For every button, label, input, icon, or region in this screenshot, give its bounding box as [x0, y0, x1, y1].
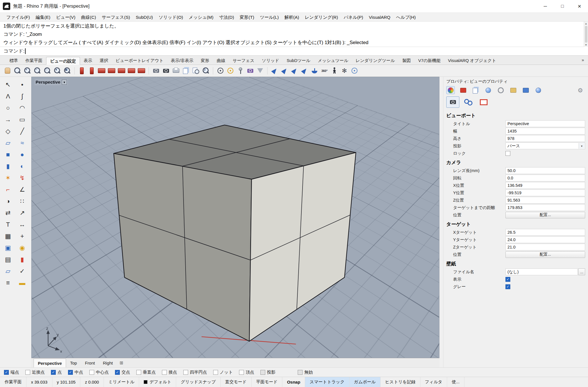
- checkbox[interactable]: [25, 370, 30, 375]
- zoom-out-icon[interactable]: −: [33, 66, 42, 75]
- checkbox[interactable]: [183, 370, 188, 375]
- panel-gear-icon[interactable]: ⚙: [576, 86, 585, 94]
- property-value-field[interactable]: Perspective: [505, 120, 585, 127]
- viewport-tab[interactable]: Top: [66, 359, 81, 367]
- dimension-tool-icon[interactable]: ↔: [17, 220, 28, 230]
- record-history-toggle[interactable]: ヒストリを記録: [381, 377, 420, 387]
- menu-item[interactable]: レンダリング(R): [302, 13, 341, 22]
- lamp-tool-icon[interactable]: ◉: [17, 243, 28, 253]
- scroll-down-icon[interactable]: ▼: [585, 43, 587, 47]
- loft-tool-icon[interactable]: ≈: [17, 138, 28, 148]
- link-button[interactable]: [462, 96, 475, 108]
- menu-item[interactable]: 寸法(D): [216, 13, 237, 22]
- points-on-icon[interactable]: ∷: [17, 196, 28, 206]
- osnap-toggle[interactable]: 投影: [260, 370, 276, 375]
- set-view-right-icon[interactable]: [117, 66, 126, 75]
- cylinder-tool-icon[interactable]: ▮: [2, 161, 14, 171]
- scrollbar-thumb[interactable]: [585, 26, 587, 43]
- walk-mode-icon[interactable]: [330, 66, 339, 75]
- property-value-field[interactable]: パース▾: [505, 142, 585, 149]
- filter-toggle[interactable]: フィルタ: [420, 377, 447, 387]
- explode-tool-icon[interactable]: ↯: [17, 173, 28, 183]
- property-value-field[interactable]: 0.0: [505, 175, 585, 181]
- checkbox[interactable]: ✓: [4, 370, 9, 375]
- scroll-up-icon[interactable]: ▲: [585, 22, 587, 26]
- osnap-toggle[interactable]: 頂点: [239, 370, 254, 375]
- menu-item[interactable]: 曲線(C): [78, 13, 99, 22]
- osnap-toggle[interactable]: 四半円点: [183, 370, 207, 375]
- cube-right-face[interactable]: [249, 152, 356, 341]
- set-camera-target-icon[interactable]: [216, 66, 225, 75]
- notifications-tab-icon[interactable]: [534, 86, 542, 94]
- osnap-toggle[interactable]: 中心点: [89, 370, 109, 375]
- property-value-field[interactable]: 91.563: [505, 197, 585, 204]
- pipe-tool-icon[interactable]: ▮: [17, 254, 28, 265]
- viewport-tab[interactable]: Front: [81, 359, 99, 367]
- named-view-icon[interactable]: [151, 66, 161, 75]
- fillet-tool-icon[interactable]: ⌐: [2, 185, 14, 195]
- smarttrack-toggle[interactable]: スマートトラック: [305, 377, 349, 387]
- osnap-toggle[interactable]: 接点: [162, 370, 177, 375]
- menu-item[interactable]: サーフェス(S): [99, 13, 133, 22]
- checkbox[interactable]: ✓: [115, 370, 120, 375]
- new-viewport-icon[interactable]: ⊞: [120, 360, 123, 365]
- osnap-toggle[interactable]: 垂直点: [136, 370, 156, 375]
- show-camera-icon[interactable]: [246, 66, 255, 75]
- toolbar-tab[interactable]: ビューポートレイアウト: [112, 57, 167, 65]
- property-value-field[interactable]: 50.0: [505, 167, 585, 174]
- text-tool-icon[interactable]: T: [2, 220, 14, 230]
- viewport-redo-icon[interactable]: [87, 66, 96, 75]
- check-tool-icon[interactable]: ✓: [17, 266, 28, 276]
- property-value-field[interactable]: -99.519: [505, 189, 585, 196]
- polyline-tool-icon[interactable]: Λ: [2, 91, 14, 102]
- property-value-field[interactable]: 1435: [505, 128, 585, 134]
- set-view-perspective-icon[interactable]: [137, 66, 146, 75]
- menu-item[interactable]: VisualARQ: [366, 13, 393, 22]
- checkbox[interactable]: [89, 370, 94, 375]
- zoom-window-icon[interactable]: □: [43, 66, 52, 75]
- move-tool-icon[interactable]: +: [17, 231, 28, 241]
- checkbox[interactable]: ✓: [51, 370, 56, 375]
- close-button[interactable]: ✕: [571, 0, 588, 13]
- print-display-icon[interactable]: [171, 66, 180, 75]
- place-target-icon[interactable]: [226, 66, 235, 75]
- osnap-toggle[interactable]: ✓端点: [4, 370, 19, 375]
- menu-item[interactable]: ビュー(V): [53, 13, 78, 22]
- eraser-tool-icon[interactable]: ▬: [17, 278, 28, 288]
- toolbar-tab[interactable]: ビューの設定: [46, 57, 80, 65]
- toolbar-tab[interactable]: SubDツール: [283, 57, 314, 65]
- array-tool-icon[interactable]: ▦: [2, 231, 14, 241]
- set-view-top-icon[interactable]: [97, 66, 106, 75]
- units-indicator[interactable]: ミリメートル: [104, 377, 139, 387]
- toolbar-tab[interactable]: 作業平面: [22, 57, 46, 65]
- airplane-top-view-icon[interactable]: [280, 66, 289, 75]
- toolbar-tab[interactable]: メッシュツール: [314, 57, 352, 65]
- select-cursor-icon[interactable]: ↖: [2, 80, 14, 90]
- z-coordinate[interactable]: z 0.000: [80, 377, 104, 387]
- web-browser-tab-icon[interactable]: [521, 86, 530, 94]
- viewport-menu-arrow-icon[interactable]: ▼: [62, 80, 67, 85]
- box-tool-icon[interactable]: ■: [2, 150, 14, 160]
- viewport-layout-icon[interactable]: [181, 66, 190, 75]
- toolbar-tab[interactable]: 製図: [398, 57, 414, 65]
- command-input[interactable]: コマンド:: [0, 47, 588, 55]
- zoom-factor-2-icon[interactable]: 2: [201, 66, 210, 75]
- camera-icon[interactable]: [161, 66, 170, 75]
- checkbox[interactable]: [505, 151, 510, 156]
- toolbar-tab[interactable]: 表示/非表示: [167, 57, 197, 65]
- libraries-tab-icon[interactable]: [509, 86, 517, 94]
- checkbox[interactable]: [213, 370, 218, 375]
- toolbar-tab[interactable]: VisualARQ オブジェクト: [444, 57, 500, 65]
- chamfer-tool-icon[interactable]: ∠: [17, 185, 28, 195]
- osnap-toggle[interactable]: ノット: [213, 370, 233, 375]
- airplane-front-view-icon[interactable]: [270, 66, 279, 75]
- y-coordinate[interactable]: y 101.105: [52, 377, 81, 387]
- hatch-tool-icon[interactable]: ▤: [2, 254, 14, 265]
- cplane-tool-icon[interactable]: ▱: [2, 266, 14, 276]
- key-tab-icon[interactable]: [496, 86, 505, 94]
- zoom-page-icon[interactable]: [191, 66, 200, 75]
- toolbar-tab[interactable]: 選択: [96, 57, 112, 65]
- osnap-toggle[interactable]: Osnap: [282, 377, 305, 387]
- checkbox[interactable]: [136, 370, 141, 375]
- wallpaper-button[interactable]: [477, 96, 490, 108]
